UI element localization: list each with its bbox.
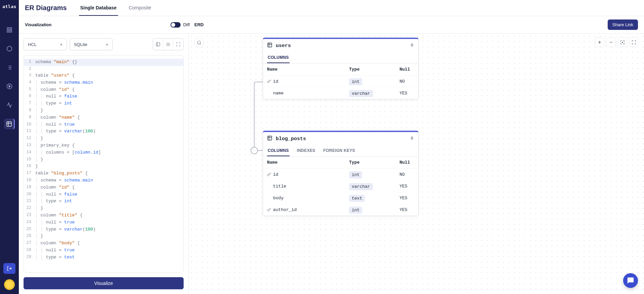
nav-dashboard-icon[interactable] — [4, 25, 15, 35]
code-line[interactable]: 17table "blog_posts" { — [24, 170, 183, 177]
code-line[interactable]: 9│ column "name" { — [24, 114, 183, 121]
column-null: YES — [400, 207, 414, 212]
table-icon — [267, 135, 272, 142]
header: ER Diagrams Single DatabaseComposite — [19, 0, 644, 16]
code-line[interactable]: 13│ primary_key { — [24, 142, 183, 149]
code-line[interactable]: 1schema "main" {} — [24, 59, 183, 66]
code-line[interactable]: 18│ schema = schema.main — [24, 177, 183, 184]
svg-rect-1 — [10, 28, 12, 29]
database-dropdown[interactable]: SQLite▾ — [70, 38, 113, 50]
code-line[interactable]: 19│ column "id" { — [24, 184, 183, 191]
nav-cube-icon[interactable] — [4, 43, 15, 54]
entity-card-users[interactable]: usersCOLUMNSNameTypeNullidintNOnamevarch… — [263, 38, 419, 99]
collapse-icon[interactable] — [410, 43, 414, 49]
erd-canvas[interactable]: + − ⋯ usersCOLUMNSNameTypeNullidintNOnam… — [189, 34, 644, 294]
svg-rect-6 — [7, 122, 11, 126]
column-row[interactable]: titlevarcharYES — [263, 180, 418, 192]
code-line[interactable]: 20│ │ null = false — [24, 191, 183, 198]
svg-rect-25 — [268, 136, 272, 140]
column-type: int — [349, 78, 362, 85]
column-row[interactable]: bodytextYES — [263, 192, 418, 204]
col-header-name: Name — [267, 67, 349, 72]
code-line[interactable]: 3table "users" { — [24, 72, 183, 79]
column-name: id — [273, 79, 349, 84]
left-pane: HCL▾ SQLite▾ 1schema "main" {}23table "u… — [19, 34, 189, 294]
entity-tab-indexes[interactable]: INDEXES — [296, 145, 316, 156]
col-header-name: Name — [267, 160, 349, 165]
entity-tab-columns[interactable]: COLUMNS — [267, 145, 290, 156]
code-line[interactable]: 26│ } — [24, 233, 183, 240]
col-header-type: Type — [349, 67, 400, 72]
code-line[interactable]: 24│ │ null = true — [24, 219, 183, 226]
column-row[interactable]: idintNO — [263, 169, 418, 180]
code-line[interactable]: 22│ } — [24, 205, 183, 212]
nav-play-icon[interactable] — [4, 81, 15, 92]
expand-icon[interactable] — [173, 39, 183, 50]
entity-name: users — [276, 43, 291, 49]
tab-single-database[interactable]: Single Database — [79, 0, 118, 16]
fullscreen-button[interactable] — [629, 38, 639, 47]
zoom-out-button[interactable]: − — [606, 38, 616, 47]
svg-point-17 — [251, 147, 258, 154]
logout-button[interactable] — [3, 263, 15, 274]
format-icon[interactable] — [153, 39, 163, 50]
column-null: YES — [400, 184, 414, 189]
key-icon — [267, 208, 272, 212]
language-dropdown[interactable]: HCL▾ — [24, 38, 67, 50]
code-line[interactable]: 11│ │ type = varchar(100) — [24, 128, 183, 135]
code-editor[interactable]: 1schema "main" {}23table "users" {4│ sch… — [24, 55, 184, 272]
column-row[interactable]: author_idintYES — [263, 204, 418, 216]
svg-point-16 — [622, 42, 623, 43]
code-line[interactable]: 5│ column "id" { — [24, 86, 183, 93]
fit-view-button[interactable] — [618, 38, 627, 47]
code-line[interactable]: 29│ │ type = text — [24, 254, 183, 261]
nav-list-icon[interactable] — [4, 62, 15, 73]
code-line[interactable]: 2 — [24, 66, 183, 72]
code-line[interactable]: 21│ │ type = int — [24, 198, 183, 205]
column-name: name — [273, 91, 349, 96]
svg-rect-9 — [156, 43, 160, 46]
code-line[interactable]: 23│ column "title" { — [24, 212, 183, 219]
table-icon — [267, 42, 272, 49]
code-line[interactable]: 7│ │ type = int — [24, 100, 183, 107]
diff-label: Diff — [183, 22, 190, 27]
code-line[interactable]: 4│ schema = schema.main — [24, 79, 183, 86]
code-line[interactable]: 12│ } — [24, 135, 183, 142]
column-row[interactable]: namevarcharYES — [263, 87, 418, 99]
svg-text:⋯: ⋯ — [253, 149, 256, 152]
svg-point-14 — [197, 41, 200, 44]
code-line[interactable]: 14│ │ columns = [column.id] — [24, 149, 183, 156]
visualize-button[interactable]: Visualize — [24, 277, 184, 289]
svg-rect-0 — [7, 28, 9, 29]
entity-card-blog-posts[interactable]: blog_postsCOLUMNSINDEXESFOREIGN KEYSName… — [263, 131, 419, 216]
column-type: varchar — [349, 183, 373, 190]
column-type: int — [349, 207, 362, 214]
nav-table-icon[interactable] — [4, 119, 15, 129]
code-line[interactable]: 8│ } — [24, 107, 183, 114]
code-line[interactable]: 10│ │ null = true — [24, 121, 183, 128]
entity-tab-columns[interactable]: COLUMNS — [267, 52, 290, 63]
tab-composite[interactable]: Composite — [127, 0, 153, 16]
code-line[interactable]: 25│ │ type = varchar(100) — [24, 226, 183, 233]
erd-search-button[interactable] — [194, 38, 204, 48]
nav-activity-icon[interactable] — [4, 100, 15, 111]
code-line[interactable]: 28│ │ null = true — [24, 247, 183, 254]
diff-toggle[interactable] — [171, 22, 181, 28]
lines-icon[interactable] — [163, 39, 173, 50]
code-line[interactable]: 15│ } — [24, 156, 183, 163]
entity-tab-foreign-keys[interactable]: FOREIGN KEYS — [323, 145, 356, 156]
user-avatar[interactable] — [4, 279, 15, 290]
visualization-label: Visualization — [25, 22, 51, 27]
svg-rect-2 — [7, 31, 9, 32]
code-line[interactable]: 27│ column "body" { — [24, 240, 183, 247]
column-row[interactable]: idintNO — [263, 76, 418, 87]
code-line[interactable]: 6│ │ null = false — [24, 93, 183, 100]
collapse-icon[interactable] — [410, 136, 414, 142]
sidebar: atlas — [0, 0, 19, 294]
column-null: YES — [400, 91, 414, 96]
code-line[interactable]: 16} — [24, 163, 183, 170]
zoom-in-button[interactable]: + — [595, 38, 604, 47]
col-header-null: Null — [400, 67, 414, 72]
chat-fab-button[interactable] — [623, 273, 638, 288]
share-link-button[interactable]: Share Link — [608, 19, 638, 30]
